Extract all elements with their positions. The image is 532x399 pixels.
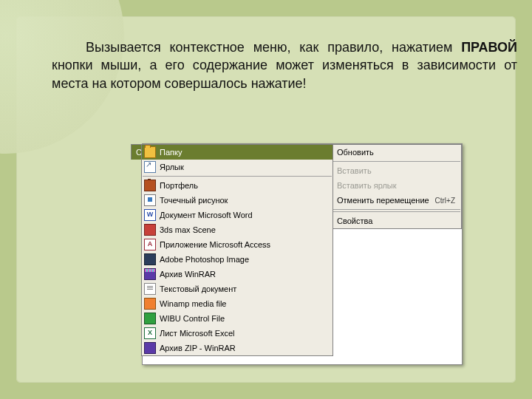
ctx-refresh[interactable]: Обновить [332,145,461,160]
menu-separator [143,176,332,177]
sub-item-label: 3ds max Scene [160,225,332,234]
paragraph-suffix: кнопки мыши, а его содержание может изме… [52,58,517,90]
sub-shortcut[interactable]: Ярлык [142,160,332,174]
excel-icon: X [143,327,157,340]
ctx-item-label: Свойства [337,216,372,225]
sub-zip[interactable]: Архив ZIP - WinRAR [142,341,332,355]
bitmap-icon [143,194,157,207]
sub-item-label: Архив WinRAR [160,270,332,279]
textfile-icon [143,282,157,296]
sub-item-label: Ярлык [160,163,332,171]
context-menu: Упорядочить значки ▶ Обновить Вставить В… [332,144,462,229]
ctx-item-label: Вставить [337,166,372,175]
paragraph-bold: ПРАВОЙ [461,40,517,55]
menu-screenshot: Упорядочить значки ▶ Обновить Вставить В… [142,143,463,365]
menu-separator [333,209,460,210]
ctx-undo-move[interactable]: Отменить перемещение Ctrl+Z [332,193,461,208]
slide-card: Вызывается контекстное меню, как правило… [16,16,516,383]
zip-icon [143,341,157,355]
menu-separator [333,161,460,162]
slide: Вызывается контекстное меню, как правило… [0,0,532,399]
sub-bmp[interactable]: Точечный рисунок [142,193,332,208]
sub-word[interactable]: W Документ Microsoft Word [142,208,332,222]
sub-item-label: WIBU Control File [160,314,332,323]
ctx-item-label: Обновить [337,148,374,157]
photoshop-icon [143,253,157,266]
winamp-icon [143,297,157,310]
sub-folder[interactable]: Папку [142,145,332,160]
sub-item-label: Документ Microsoft Word [160,211,332,219]
sub-item-label: Папку [160,148,332,157]
folder-icon [143,146,157,159]
ctx-shortcut: Ctrl+Z [435,197,456,205]
ctx-item-label: Вставить ярлык [337,181,397,190]
sub-item-label: Точечный рисунок [160,196,332,205]
ctx-item-label: Отменить перемещение [337,196,429,205]
description-paragraph: Вызывается контекстное меню, как правило… [52,38,517,92]
sub-item-label: Архив ZIP - WinRAR [160,344,332,352]
paragraph-prefix: Вызывается контекстное меню, как правило… [86,40,461,55]
briefcase-icon [143,179,157,192]
word-icon: W [143,208,157,222]
menu-separator [333,211,460,212]
sub-winamp[interactable]: Winamp media file [142,296,332,311]
sub-item-label: Лист Microsoft Excel [160,329,332,338]
3dsmax-icon [143,223,157,236]
create-submenu: Папку Ярлык Портфель Точечный рисунок [141,144,333,356]
access-icon: A [143,238,157,251]
sub-item-label: Adobe Photoshop Image [160,255,332,264]
sub-winrar[interactable]: Архив WinRAR [142,267,332,282]
sub-access[interactable]: A Приложение Microsoft Access [142,237,332,252]
ctx-properties[interactable]: Свойства [332,214,461,228]
ctx-paste-link: Вставить ярлык [332,178,461,193]
sub-textfile[interactable]: Текстовый документ [142,282,332,296]
ctx-paste: Вставить [332,163,461,178]
sub-item-label: Портфель [160,181,332,190]
sub-item-label: Winamp media file [160,299,332,308]
winrar-icon [143,267,157,281]
sub-wibu[interactable]: WIBU Control File [142,311,332,326]
wibu-icon [143,312,157,325]
sub-briefcase[interactable]: Портфель [142,178,332,193]
sub-3dsmax[interactable]: 3ds max Scene [142,222,332,237]
shortcut-icon [143,160,157,174]
sub-item-label: Приложение Microsoft Access [160,240,332,249]
sub-excel[interactable]: X Лист Microsoft Excel [142,326,332,341]
sub-photoshop[interactable]: Adobe Photoshop Image [142,252,332,267]
sub-item-label: Текстовый документ [160,284,332,293]
